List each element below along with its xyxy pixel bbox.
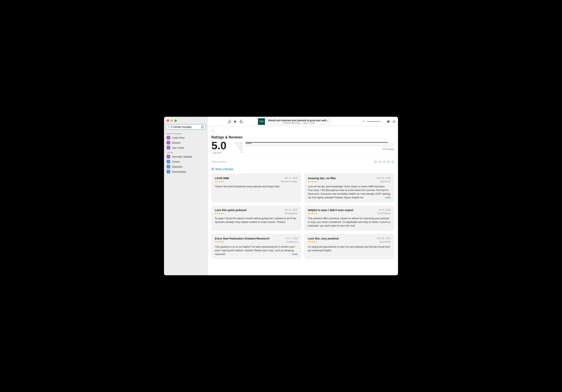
review-stars: ★★★★★ — [215, 212, 224, 215]
review-card: Helpful in ways I didn't even expectOct … — [304, 206, 394, 231]
info-button[interactable]: i — [387, 120, 390, 123]
sidebar: ✕ Apple PodcastsListen NowBrowseTop Char… — [164, 117, 208, 275]
now-playing-artwork: 5MM — [258, 118, 265, 125]
skip-forward-label: 30 — [241, 121, 242, 122]
sidebar-section-label: Apple Podcasts — [164, 131, 207, 135]
sidebar-item-listen-now[interactable]: Listen Now — [164, 135, 207, 140]
main-panel: 15 30 5MM Should you translate your podc… — [208, 117, 398, 275]
review-date: Nov 21, 2019 — [377, 177, 391, 179]
ratings-summary: 5.0 out of 5 ★★★★★★★★★★★★★★★ 24 Ratings — [211, 140, 394, 157]
sidebar-item-shows[interactable]: Shows — [164, 159, 207, 164]
breakdown-bar — [246, 144, 394, 145]
review-date: Oct 9, 2019 — [379, 208, 391, 211]
review-card: Love this quick podcast!Oct 22, 2019★★★★… — [211, 206, 301, 231]
review-more-link[interactable]: more — [292, 253, 298, 256]
queue-button[interactable] — [393, 120, 396, 123]
content-scroll[interactable]: Ratings & Reviews 5.0 out of 5 ★★★★★★★★★… — [208, 134, 398, 275]
review-body: This podcast offers practical, hands-on … — [308, 217, 391, 228]
download-icon — [167, 170, 170, 173]
write-review-link[interactable]: Write a Review — [211, 168, 234, 171]
sidebar-item-downloaded[interactable]: Downloaded — [164, 169, 207, 174]
now-playing-subtitle: 5 Minute Mondays — Mar 2, 2020 — [268, 122, 330, 124]
ratings-count: 24 Ratings — [246, 148, 394, 150]
breakdown-bar — [246, 143, 394, 144]
svg-rect-7 — [168, 166, 169, 167]
volume-slider[interactable] — [367, 121, 381, 122]
review-stars: ★★★★★ — [308, 241, 317, 243]
search-input[interactable] — [166, 125, 205, 129]
review-body: This podcast is so so so helpful! I've b… — [215, 245, 298, 256]
review-stars: ★★★★★ — [308, 181, 317, 183]
sidebar-item-label: Listen Now — [172, 136, 185, 139]
write-review-label: Write a Review — [215, 168, 234, 171]
sidebar-item-label: Shows — [172, 160, 180, 163]
sidebar-item-episodes[interactable]: Episodes — [164, 164, 207, 169]
sidebar-item-label: Top Charts — [172, 146, 184, 149]
now-playing[interactable]: 5MM Should you translate your podcast to… — [258, 118, 331, 125]
svg-rect-3 — [168, 142, 169, 143]
click-to-rate-stars[interactable]: ☆ ☆ ☆ ☆ ☆ — [374, 160, 394, 164]
review-title: Every New Podcasters Greatest Resource! — [215, 237, 269, 240]
svg-rect-2 — [168, 137, 169, 138]
close-window-button[interactable] — [167, 119, 169, 122]
review-author: Tinablooms — [286, 241, 298, 243]
review-body: So glad I found this about a month befor… — [215, 217, 298, 224]
review-author: Jerseyjazzie — [285, 212, 298, 215]
volume-icon — [363, 120, 365, 123]
review-author: OhioFolklore — [377, 212, 391, 215]
review-body: They're the best! Download every episode… — [215, 185, 298, 188]
review-author: Brendon Enders — [281, 180, 298, 183]
stack-icon — [167, 160, 170, 163]
sidebar-item-label: Recently Updated — [172, 155, 192, 158]
breakdown-bars — [246, 142, 394, 147]
sidebar-item-recently-updated[interactable]: Recently Updated — [164, 154, 207, 159]
play-circle-icon — [167, 136, 170, 139]
review-stars: ★★★★★ — [215, 241, 224, 243]
review-stars: ★★★★★ — [215, 181, 224, 183]
lines-icon — [167, 165, 170, 168]
rate-star-1[interactable]: ☆ — [374, 160, 377, 164]
sidebar-item-top-charts[interactable]: Top Charts — [164, 145, 207, 150]
search-icon — [167, 126, 170, 128]
skip-back-button[interactable]: 15 — [227, 119, 232, 124]
rate-star-2[interactable]: ☆ — [378, 160, 381, 164]
review-card: LOVE 5MMJan 10, 2020★★★★★Brendon EndersT… — [211, 173, 301, 202]
svg-point-0 — [168, 126, 169, 127]
list-icon — [167, 146, 170, 150]
now-playing-text: Should you translate your podcast to gro… — [267, 119, 331, 125]
app-window: ✕ Apple PodcastsListen NowBrowseTop Char… — [164, 117, 398, 275]
minimize-window-button[interactable] — [171, 119, 173, 122]
zoom-window-button[interactable] — [175, 119, 177, 122]
sidebar-item-browse[interactable]: Browse — [164, 140, 207, 145]
review-body: I'm laying the groundwork to start my ow… — [308, 245, 391, 253]
sidebar-item-label: Episodes — [172, 165, 182, 168]
back-button[interactable] — [210, 128, 216, 133]
review-date: Oct 1, 2019 — [286, 237, 298, 240]
review-title: Amazing tips, no filler. — [308, 177, 337, 180]
review-title: Love this quick podcast! — [215, 208, 246, 212]
breakdown-star-labels: ★★★★★★★★★★★★★★★ — [234, 142, 243, 153]
svg-text:i: i — [388, 121, 388, 122]
window-controls — [164, 119, 207, 125]
skip-forward-button[interactable]: 30 — [239, 119, 244, 124]
volume-control[interactable] — [363, 120, 381, 123]
play-button[interactable] — [234, 120, 237, 124]
rate-star-3[interactable]: ☆ — [383, 160, 386, 164]
reviews-grid: LOVE 5MMJan 10, 2020★★★★★Brendon EndersT… — [211, 173, 394, 259]
search-field[interactable]: ✕ — [166, 125, 205, 129]
review-stars: ★★★★★ — [308, 212, 317, 215]
review-body: Love all the tips and knowledge Travis d… — [308, 185, 391, 199]
rate-star-4[interactable]: ☆ — [387, 160, 390, 164]
svg-rect-8 — [168, 171, 169, 173]
review-more-link[interactable]: more — [385, 196, 391, 199]
now-playing-title: Should you translate your podcast to gro… — [268, 119, 330, 122]
sidebar-item-label: Browse — [172, 141, 180, 144]
svg-marker-9 — [234, 120, 237, 123]
review-author: cgoodwillie — [379, 241, 391, 243]
rating-out-of: out of 5 — [213, 151, 221, 154]
svg-rect-6 — [168, 161, 169, 162]
rate-star-5[interactable]: ☆ — [391, 160, 394, 164]
clear-search-button[interactable]: ✕ — [201, 126, 204, 128]
toolbar: 15 30 5MM Should you translate your podc… — [208, 117, 398, 127]
review-card: Amazing tips, no filler.Nov 21, 2019★★★★… — [304, 173, 394, 202]
